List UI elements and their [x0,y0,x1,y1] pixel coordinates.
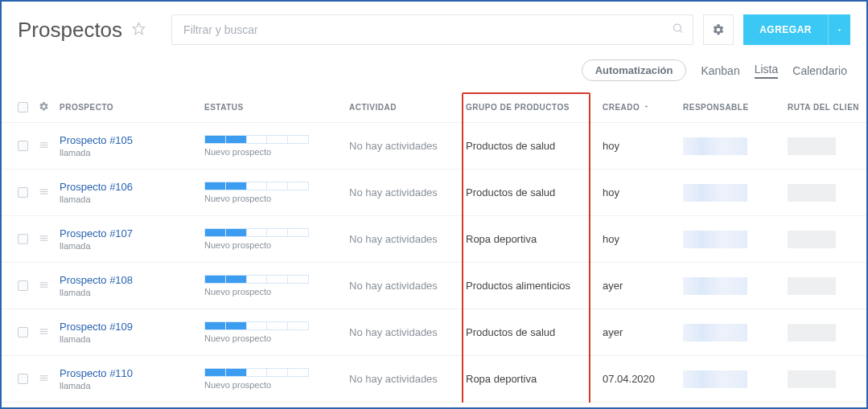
automation-button[interactable]: Automatización [582,59,687,81]
prospect-link[interactable]: Prospecto #109 [60,321,204,333]
product-group-cell: Productos alimenticios [466,280,603,292]
favorite-star-icon[interactable] [132,22,146,39]
table-row: Prospecto #105 llamada Nuevo prospecto N… [2,123,866,170]
client-route-cell [788,184,836,202]
tab-kanban[interactable]: Kanban [701,64,739,77]
responsible-cell [683,370,747,388]
client-route-cell [788,324,836,342]
created-cell: hoy [603,186,683,198]
status-label: Nuevo prospecto [204,147,349,157]
prospect-link[interactable]: Prospecto #106 [60,181,204,193]
client-route-cell [788,231,836,248]
created-cell: ayer [603,280,683,292]
chevron-down-icon [643,103,650,112]
prospect-subtype: llamada [60,381,204,391]
col-prospect[interactable]: PROSPECTO [60,103,204,112]
view-switcher: Automatización Kanban Lista Calendario [2,51,866,92]
activity-cell: No hay actividades [349,186,466,198]
drag-handle-icon[interactable] [39,233,60,246]
product-group-cell: Productos de salud [466,326,603,338]
column-settings-icon[interactable] [39,101,60,113]
created-cell: hoy [603,233,683,245]
table-row: Prospecto #109 llamada Nuevo prospecto N… [2,309,866,356]
status-progress[interactable] [204,275,309,284]
status-label: Nuevo prospecto [204,194,349,203]
table-header: PROSPECTO ESTATUS ACTIVIDAD GRUPO DE PRO… [2,92,866,123]
responsible-cell [683,184,747,202]
drag-handle-icon[interactable] [39,280,60,292]
activity-cell: No hay actividades [349,233,466,245]
status-progress[interactable] [204,135,309,144]
status-progress[interactable] [204,321,309,330]
col-created-label: CREADO [603,103,640,112]
client-route-cell [788,137,836,155]
product-group-cell: Ropa deportiva [466,233,603,245]
responsible-cell [683,137,747,155]
settings-button[interactable] [703,14,734,45]
drag-handle-icon[interactable] [39,186,60,199]
svg-line-2 [681,31,683,33]
responsible-cell [683,324,747,342]
row-checkbox[interactable] [18,141,28,151]
status-label: Nuevo prospecto [204,333,349,343]
prospect-subtype: llamada [60,288,204,297]
prospect-subtype: llamada [60,194,204,204]
svg-point-1 [674,24,681,31]
activity-cell: No hay actividades [349,280,466,292]
col-created[interactable]: CREADO [603,103,683,112]
status-progress[interactable] [204,182,309,190]
row-checkbox[interactable] [18,187,28,198]
table-wrap: PROSPECTO ESTATUS ACTIVIDAD GRUPO DE PRO… [2,92,866,403]
client-route-cell [788,370,836,388]
created-cell: hoy [603,140,683,152]
prospect-link[interactable]: Prospecto #107 [60,227,204,239]
search-wrap [171,14,693,45]
row-checkbox[interactable] [18,374,28,384]
tab-calendar[interactable]: Calendario [792,64,847,77]
tab-list[interactable]: Lista [755,63,779,79]
status-progress[interactable] [204,228,309,237]
add-dropdown-button[interactable] [828,14,850,45]
prospect-link[interactable]: Prospecto #105 [60,134,204,146]
product-group-cell: Productos de salud [466,140,603,152]
col-product-group[interactable]: GRUPO DE PRODUCTOS [466,103,603,112]
status-progress[interactable] [204,368,309,377]
prospect-link[interactable]: Prospecto #110 [60,367,204,379]
table-body: Prospecto #105 llamada Nuevo prospecto N… [2,123,866,403]
select-all-checkbox[interactable] [18,102,28,112]
row-checkbox[interactable] [18,280,28,291]
row-checkbox[interactable] [18,234,28,244]
drag-handle-icon[interactable] [39,140,60,153]
table-row: Prospecto #107 llamada Nuevo prospecto N… [2,216,866,263]
page-title: Prospectos [18,18,122,43]
product-group-cell: Productos de salud [466,186,603,198]
add-button[interactable]: AGREGAR [743,14,828,45]
created-cell: ayer [603,326,683,338]
status-label: Nuevo prospecto [204,380,349,390]
col-activity[interactable]: ACTIVIDAD [349,103,466,112]
table-row: Prospecto #106 llamada Nuevo prospecto N… [2,170,866,216]
drag-handle-icon[interactable] [39,326,60,339]
search-input[interactable] [171,14,693,45]
search-icon[interactable] [672,22,684,38]
table-row: Prospecto #110 llamada Nuevo prospecto N… [2,356,866,403]
prospect-subtype: llamada [60,241,204,251]
responsible-cell [683,231,747,248]
add-button-group: AGREGAR [743,14,850,45]
prospect-link[interactable]: Prospecto #108 [60,274,204,286]
product-group-cell: Ropa deportiva [466,373,603,385]
status-label: Nuevo prospecto [204,287,349,297]
col-responsible[interactable]: RESPONSABLE [683,103,788,112]
col-status[interactable]: ESTATUS [204,103,349,112]
activity-cell: No hay actividades [349,140,466,152]
drag-handle-icon[interactable] [39,373,60,386]
responsible-cell [683,277,747,295]
created-cell: 07.04.2020 [603,373,683,385]
row-checkbox[interactable] [18,327,28,337]
activity-cell: No hay actividades [349,373,466,385]
table-row: Prospecto #108 llamada Nuevo prospecto N… [2,263,866,309]
page-header: Prospectos AGREGAR [2,2,866,51]
activity-cell: No hay actividades [349,326,466,338]
col-client-route[interactable]: RUTA DEL CLIEN [788,103,866,112]
prospect-table: PROSPECTO ESTATUS ACTIVIDAD GRUPO DE PRO… [2,92,866,403]
